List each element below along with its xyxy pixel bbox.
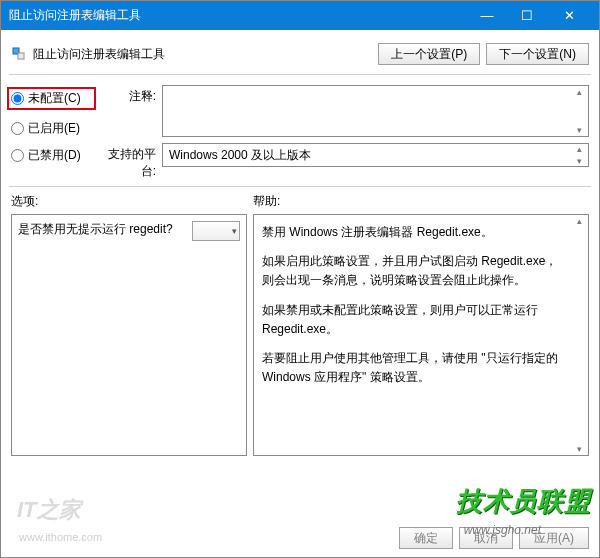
- help-text-1: 禁用 Windows 注册表编辑器 Regedit.exe。: [262, 223, 568, 242]
- help-text-3: 如果禁用或未配置此策略设置，则用户可以正常运行 Regedit.exe。: [262, 301, 568, 339]
- platform-field: Windows 2000 及以上版本 ▴ ▾: [162, 143, 589, 167]
- labels-row: 选项: 帮助:: [1, 189, 599, 212]
- maximize-button[interactable]: ☐: [507, 2, 547, 30]
- titlebar: 阻止访问注册表编辑工具 — ☐ ✕: [1, 1, 599, 30]
- next-setting-button[interactable]: 下一个设置(N): [486, 43, 589, 65]
- window-title: 阻止访问注册表编辑工具: [9, 7, 467, 24]
- config-section: 未配置(C) 已启用(E) 已禁用(D) 注释: ▴ ▾ 支持的平台: Wind…: [1, 77, 599, 184]
- watermark-ithome: www.ithome.com: [19, 531, 102, 543]
- radio-not-configured[interactable]: 未配置(C): [7, 87, 96, 110]
- scroll-up-icon[interactable]: ▴: [572, 86, 586, 98]
- header-title: 阻止访问注册表编辑工具: [33, 46, 378, 63]
- radio-disabled-label: 已禁用(D): [28, 147, 81, 164]
- radio-disabled[interactable]: 已禁用(D): [11, 147, 96, 164]
- watermark-union: 技术员联盟: [456, 484, 591, 519]
- radio-enabled-label: 已启用(E): [28, 120, 80, 137]
- options-heading: 选项:: [11, 193, 253, 210]
- radio-not-configured-label: 未配置(C): [28, 90, 81, 107]
- policy-icon: [11, 46, 27, 62]
- platform-value: Windows 2000 及以上版本: [163, 144, 588, 167]
- divider: [9, 186, 591, 187]
- chevron-down-icon: ▾: [232, 226, 237, 236]
- help-heading: 帮助:: [253, 193, 280, 210]
- radio-not-configured-input[interactable]: [11, 92, 24, 105]
- options-panel: 是否禁用无提示运行 regedit? ▾: [11, 214, 247, 456]
- close-button[interactable]: ✕: [547, 2, 591, 30]
- options-question: 是否禁用无提示运行 regedit?: [18, 221, 188, 238]
- ok-button[interactable]: 确定: [399, 527, 453, 549]
- radio-enabled-input[interactable]: [11, 122, 24, 135]
- scroll-down-icon[interactable]: ▾: [572, 155, 586, 167]
- scroll-down-icon[interactable]: ▾: [572, 443, 586, 455]
- platform-label: 支持的平台:: [96, 143, 156, 180]
- comment-label: 注释:: [96, 85, 156, 105]
- window-controls: — ☐ ✕: [467, 2, 591, 30]
- prev-setting-button[interactable]: 上一个设置(P): [378, 43, 480, 65]
- watermark-jsgho: www.jsgho.net: [464, 523, 541, 537]
- help-text-2: 如果启用此策略设置，并且用户试图启动 Regedit.exe，则会出现一条消息，…: [262, 252, 568, 290]
- help-panel: ▴ ▾ 禁用 Windows 注册表编辑器 Regedit.exe。 如果启用此…: [253, 214, 589, 456]
- header: 阻止访问注册表编辑工具 上一个设置(P) 下一个设置(N): [1, 30, 599, 72]
- panels-row: 是否禁用无提示运行 regedit? ▾ ▴ ▾ 禁用 Windows 注册表编…: [1, 212, 599, 462]
- radio-disabled-input[interactable]: [11, 149, 24, 162]
- divider: [9, 74, 591, 75]
- watermark-it: IT之家: [17, 495, 81, 525]
- comment-field[interactable]: ▴ ▾: [162, 85, 589, 137]
- radio-enabled[interactable]: 已启用(E): [11, 120, 96, 137]
- scroll-up-icon[interactable]: ▴: [572, 215, 586, 227]
- scroll-down-icon[interactable]: ▾: [572, 124, 586, 136]
- options-dropdown[interactable]: ▾: [192, 221, 240, 241]
- scroll-up-icon[interactable]: ▴: [572, 143, 586, 155]
- minimize-button[interactable]: —: [467, 2, 507, 30]
- help-text-4: 若要阻止用户使用其他管理工具，请使用 "只运行指定的 Windows 应用程序"…: [262, 349, 568, 387]
